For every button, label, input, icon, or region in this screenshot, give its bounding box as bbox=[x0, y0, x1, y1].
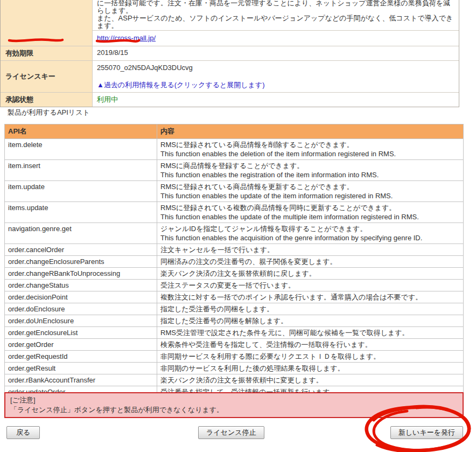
api-desc-cell: 非同期のサービスを利用した後の処理結果を取得します。 bbox=[157, 363, 464, 374]
api-desc-cell: RMSに登録されている商品情報を削除することができます。 This functi… bbox=[157, 139, 464, 160]
product-intro-label-clipped bbox=[1, 0, 92, 46]
api-desc-ja: RMSに商品情報を登録することができます。 bbox=[160, 161, 460, 170]
api-desc-ja: RMSに登録されている商品情報を更新することができます。 bbox=[160, 182, 460, 191]
expiry-label: 有効期限 bbox=[1, 46, 92, 60]
api-table-row: order.changeEnclosureParents 同梱済みの注文の受注番… bbox=[5, 256, 464, 268]
api-table-row: order.changeRBankToUnprocessing 楽天バンク決済の… bbox=[5, 268, 464, 280]
api-table-row: items.update RMSに登録されている複数の商品情報を同時に更新するこ… bbox=[5, 202, 464, 223]
api-table-row: order.getResult 非同期のサービスを利用した後の処理結果を取得しま… bbox=[5, 363, 464, 374]
issue-new-key-button[interactable]: 新しいキーを発行 bbox=[390, 426, 463, 439]
api-table-row: order.getEnclosureList RMS受注管理で設定された条件を元… bbox=[5, 327, 464, 339]
api-name-cell: order.rBankAccountTransfer bbox=[5, 374, 157, 386]
api-desc-cell: 検索条件や受注番号を指定して、受注情報の一括取得を行います。 bbox=[157, 339, 464, 351]
api-table-row: item.insert RMSに商品情報を登録することができます。 This f… bbox=[5, 160, 464, 181]
approval-status-label: 承認状態 bbox=[1, 93, 92, 107]
api-desc-cell: 楽天バンク決済の注文を振替依頼中に変更します。 bbox=[157, 374, 464, 386]
product-description-line2: また、ASPサービスのため、ソフトのインストールやバージョンアップなどの手間がな… bbox=[97, 15, 454, 30]
api-desc-ja: 指定した受注番号の同梱を解除します。 bbox=[160, 316, 460, 325]
product-intro-row: に一括登録可能です。注文・在庫・商品を一元管理することにより、ネットショップ運営… bbox=[1, 0, 459, 46]
api-table-row: order.getOrder 検索条件や受注番号を指定して、受注情報の一括取得を… bbox=[5, 339, 464, 351]
api-table-row: order.rBankAccountTransfer 楽天バンク決済の注文を振替… bbox=[5, 374, 464, 386]
api-desc-ja: RMSに登録されている商品情報を削除することができます。 bbox=[160, 140, 460, 149]
api-desc-ja: 複数注文に対する一括でのポイント承認を行います。通常購入の場合は不要です。 bbox=[160, 293, 460, 302]
api-table-row: order.decisionPoint 複数注文に対する一括でのポイント承認を行… bbox=[5, 291, 464, 303]
product-url-cell: http://cross-mall.jp/ bbox=[93, 31, 459, 46]
api-name-cell: order.changeEnclosureParents bbox=[5, 256, 157, 268]
api-name-cell: order.getOrder bbox=[5, 339, 157, 351]
caution-title: [ご注意] bbox=[10, 395, 458, 405]
api-table-header-row: API名 内容 bbox=[5, 124, 464, 139]
api-desc-cell: 指定した受注番号の同梱をします。 bbox=[157, 303, 464, 315]
api-table-row: item.delete RMSに登録されている商品情報を削除することができます。… bbox=[5, 139, 464, 160]
api-table-row: item.update RMSに登録されている商品情報を更新することができます。… bbox=[5, 181, 464, 202]
api-table-row: order.cancelOrder 注文キャンセルを一括で行います。 bbox=[5, 244, 464, 256]
api-name-cell: navigation.genre.get bbox=[5, 223, 157, 244]
approval-status-row: 承認状態 利用中 bbox=[1, 92, 459, 107]
api-desc-ja: 楽天バンク決済の注文を振替依頼中に変更します。 bbox=[160, 375, 460, 385]
api-desc-en: This function enables the update of the … bbox=[160, 191, 460, 200]
api-name-cell: order.doEnclosure bbox=[5, 303, 157, 315]
api-desc-ja: ジャンルIDを指定してジャンル情報を取得することができます。 bbox=[160, 224, 460, 233]
api-table-row: order.getRequestId 非同期サービスを利用する際に必要なリクエス… bbox=[5, 351, 464, 363]
api-desc-cell: RMSに登録されている複数の商品情報を同時に更新することができます。 This … bbox=[157, 202, 464, 223]
back-button[interactable]: 戻る bbox=[6, 426, 40, 439]
api-desc-ja: 注文キャンセルを一括で行います。 bbox=[160, 245, 460, 254]
expiry-row: 有効期限 2019/8/15 bbox=[1, 46, 459, 60]
api-name-cell: order.getRequestId bbox=[5, 351, 157, 363]
clipped-label-fragment bbox=[5, 2, 90, 3]
api-desc-ja: 非同期のサービスを利用した後の処理結果を取得します。 bbox=[160, 364, 460, 373]
api-table-row: order.doUnEnclosure 指定した受注番号の同梱を解除します。 bbox=[5, 315, 464, 327]
product-intro-value: に一括登録可能です。注文・在庫・商品を一元管理することにより、ネットショップ運営… bbox=[92, 0, 459, 46]
stop-license-button[interactable]: ライセンス停止 bbox=[198, 426, 264, 439]
api-desc-ja: RMS受注管理で設定された条件を元に、同梱可能な候補を一覧で取得します。 bbox=[160, 328, 460, 337]
caution-body: 「ライセンス停止」ボタンを押すと製品が利用できなくなります。 bbox=[10, 405, 458, 415]
api-desc-cell: 指定した受注番号の同梱を解除します。 bbox=[157, 315, 464, 327]
api-name-cell: order.doUnEnclosure bbox=[5, 315, 157, 327]
api-desc-cell: 受注ステータスの変更を一括で行います。 bbox=[157, 280, 464, 291]
api-desc-ja: 検索条件や受注番号を指定して、受注情報の一括取得を行います。 bbox=[160, 340, 460, 349]
api-desc-ja: 同梱済みの注文の受注番号の、親子関係を変更します。 bbox=[160, 257, 460, 266]
api-name-cell: item.update bbox=[5, 181, 157, 202]
api-name-cell: order.cancelOrder bbox=[5, 244, 157, 256]
api-list-table: API名 内容 item.delete RMSに登録されている商品情報を削除する… bbox=[4, 124, 464, 398]
license-key-text: 255070_o2N5DAJqKD3DUcvg bbox=[97, 63, 454, 72]
api-desc-cell: 同梱済みの注文の受注番号の、親子関係を変更します。 bbox=[157, 256, 464, 268]
api-name-cell: order.changeStatus bbox=[5, 280, 157, 291]
license-key-row: ライセンスキー 255070_o2N5DAJqKD3DUcvg ▲過去の利用情報… bbox=[1, 60, 459, 92]
api-name-cell: item.insert bbox=[5, 160, 157, 181]
api-desc-en: This function enables the registration o… bbox=[160, 170, 460, 179]
api-desc-cell: RMS受注管理で設定された条件を元に、同梱可能な候補を一覧で取得します。 bbox=[157, 327, 464, 339]
api-table-row: order.doEnclosure 指定した受注番号の同梱をします。 bbox=[5, 303, 464, 315]
api-table-row: navigation.genre.get ジャンルIDを指定してジャンル情報を取… bbox=[5, 223, 464, 244]
api-desc-column-header: 内容 bbox=[157, 124, 464, 139]
api-name-cell: items.update bbox=[5, 202, 157, 223]
api-desc-cell: RMSに登録されている商品情報を更新することができます。 This functi… bbox=[157, 181, 464, 202]
api-name-cell: order.decisionPoint bbox=[5, 291, 157, 303]
api-desc-en: This function enables the update of the … bbox=[160, 212, 460, 221]
api-name-cell: order.getResult bbox=[5, 363, 157, 374]
api-name-cell: item.delete bbox=[5, 139, 157, 160]
product-url-link[interactable]: http://cross-mall.jp/ bbox=[97, 34, 156, 42]
api-name-cell: order.getEnclosureList bbox=[5, 327, 157, 339]
product-description: に一括登録可能です。注文・在庫・商品を一元管理することにより、ネットショップ運営… bbox=[93, 0, 459, 31]
caution-box: [ご注意] 「ライセンス停止」ボタンを押すと製品が利用できなくなります。 bbox=[4, 392, 464, 418]
license-key-value: 255070_o2N5DAJqKD3DUcvg ▲過去の利用情報を見る(クリック… bbox=[92, 61, 459, 92]
api-desc-en: This function enables the deletion of th… bbox=[160, 149, 460, 158]
api-desc-ja: 指定した受注番号の同梱をします。 bbox=[160, 304, 460, 314]
api-desc-ja: 楽天バンク決済の注文を振替依頼前に戻します。 bbox=[160, 269, 460, 278]
api-desc-cell: 複数注文に対する一括でのポイント承認を行います。通常購入の場合は不要です。 bbox=[157, 291, 464, 303]
product-description-line1: に一括登録可能です。注文・在庫・商品を一元管理することにより、ネットショップ運営… bbox=[97, 0, 454, 15]
past-usage-toggle-link[interactable]: ▲過去の利用情報を見る(クリックすると展開します) bbox=[97, 81, 265, 89]
expiry-value: 2019/8/15 bbox=[92, 46, 459, 60]
license-key-label: ライセンスキー bbox=[1, 61, 92, 92]
api-table-row: order.changeStatus 受注ステータスの変更を一括で行います。 bbox=[5, 280, 464, 291]
api-desc-cell: 楽天バンク決済の注文を振替依頼前に戻します。 bbox=[157, 268, 464, 280]
action-button-row: 戻る ライセンス停止 新しいキーを発行 bbox=[4, 426, 464, 440]
api-desc-cell: ジャンルIDを指定してジャンル情報を取得することができます。 This func… bbox=[157, 223, 464, 244]
api-list-section-title: 製品が利用するAPIリスト bbox=[8, 108, 90, 117]
api-desc-ja: 受注ステータスの変更を一括で行います。 bbox=[160, 281, 460, 290]
license-info-table: に一括登録可能です。注文・在庫・商品を一元管理することにより、ネットショップ運営… bbox=[0, 0, 459, 107]
red-circle-around-new-key-tail bbox=[377, 445, 407, 451]
api-desc-en: This function enables the acquisition of… bbox=[160, 233, 460, 242]
api-desc-cell: 注文キャンセルを一括で行います。 bbox=[157, 244, 464, 256]
